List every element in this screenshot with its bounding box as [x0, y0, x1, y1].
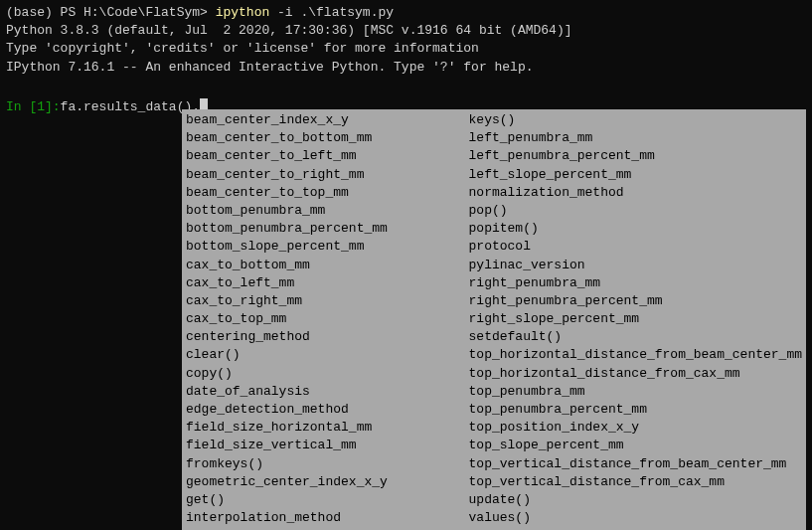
completion-item[interactable]: geometric_center_index_x_y	[186, 473, 469, 491]
completion-item[interactable]: centering_method	[186, 328, 469, 346]
completion-item[interactable]: clear()	[186, 346, 469, 364]
completion-item[interactable]: get()	[186, 491, 469, 509]
completion-item[interactable]: top_vertical_distance_from_beam_center_m…	[469, 455, 802, 473]
completion-item[interactable]: cax_to_left_mm	[186, 274, 469, 292]
completion-item[interactable]: beam_center_to_top_mm	[186, 184, 469, 202]
completion-item[interactable]: update()	[469, 491, 802, 509]
completion-item[interactable]: cax_to_top_mm	[186, 310, 469, 328]
completion-item[interactable]: top_vertical_distance_from_cax_mm	[469, 473, 802, 491]
completion-item[interactable]: protocol	[469, 238, 802, 256]
completion-item[interactable]: cax_to_bottom_mm	[186, 257, 469, 274]
completion-item[interactable]: top_position_index_x_y	[469, 419, 802, 437]
completion-item[interactable]: top_horizontal_distance_from_cax_mm	[469, 365, 802, 383]
completion-item[interactable]: top_slope_percent_mm	[469, 437, 802, 454]
shell-command: ipython	[216, 5, 270, 20]
completion-item[interactable]: keys()	[469, 111, 802, 129]
completion-item[interactable]: pop()	[469, 202, 802, 220]
completion-item[interactable]: popitem()	[469, 220, 802, 238]
completion-item[interactable]: top_penumbra_percent_mm	[469, 401, 802, 419]
shell-args: -i .\flatsym.py	[269, 5, 394, 20]
completion-column-2: keys() left_penumbra_mm left_penumbra_pe…	[469, 111, 802, 530]
completion-item[interactable]: copy()	[186, 365, 469, 383]
completion-item[interactable]: cax_to_right_mm	[186, 292, 469, 310]
completion-popup[interactable]: beam_center_index_x_y beam_center_to_bot…	[182, 109, 806, 530]
completion-item[interactable]: values()	[469, 509, 802, 527]
completion-item[interactable]: edge_detection_method	[186, 401, 469, 419]
python-version-line: Python 3.8.3 (default, Jul 2 2020, 17:30…	[6, 22, 806, 40]
completion-item[interactable]: pylinac_version	[469, 257, 802, 274]
completion-item[interactable]: field_size_horizontal_mm	[186, 419, 469, 437]
copyright-line: Type 'copyright', 'credits' or 'license'…	[6, 40, 806, 58]
completion-item[interactable]: beam_center_to_bottom_mm	[186, 129, 469, 147]
completion-item[interactable]: beam_center_to_right_mm	[186, 166, 469, 184]
completion-item[interactable]: bottom_penumbra_percent_mm	[186, 220, 469, 238]
completion-item[interactable]: left_slope_percent_mm	[469, 166, 802, 184]
completion-item[interactable]: beam_center_to_left_mm	[186, 147, 469, 165]
completion-item[interactable]: left_penumbra_percent_mm	[469, 147, 802, 165]
input-text: fa.results_data().	[61, 98, 200, 116]
completion-item[interactable]: date_of_analysis	[186, 383, 469, 401]
completion-item[interactable]: bottom_slope_percent_mm	[186, 238, 469, 256]
completion-item[interactable]: fromkeys()	[186, 455, 469, 473]
completion-item[interactable]: beam_center_index_x_y	[186, 111, 469, 129]
shell-prompt-prefix: (base) PS H:\Code\FlatSym>	[6, 5, 216, 20]
completion-item[interactable]: right_slope_percent_mm	[469, 310, 802, 328]
completion-item[interactable]: right_penumbra_percent_mm	[469, 292, 802, 310]
blank-line	[6, 77, 806, 94]
completion-column-1: beam_center_index_x_y beam_center_to_bot…	[186, 111, 469, 530]
completion-item[interactable]: bottom_penumbra_mm	[186, 202, 469, 220]
completion-item[interactable]: field_size_vertical_mm	[186, 437, 469, 454]
completion-item[interactable]: normalization_method	[469, 184, 802, 202]
completion-item[interactable]: top_horizontal_distance_from_beam_center…	[469, 346, 802, 364]
completion-item[interactable]: interpolation_method	[186, 509, 469, 527]
ipython-version-line: IPython 7.16.1 -- An enhanced Interactiv…	[6, 59, 806, 77]
completion-item[interactable]: top_penumbra_mm	[469, 383, 802, 401]
input-prompt-label: In [1]:	[6, 98, 61, 116]
completion-item[interactable]: left_penumbra_mm	[469, 129, 802, 147]
shell-prompt-line: (base) PS H:\Code\FlatSym> ipython -i .\…	[6, 4, 806, 22]
completion-item[interactable]: setdefault()	[469, 328, 802, 346]
completion-item[interactable]: right_penumbra_mm	[469, 274, 802, 292]
